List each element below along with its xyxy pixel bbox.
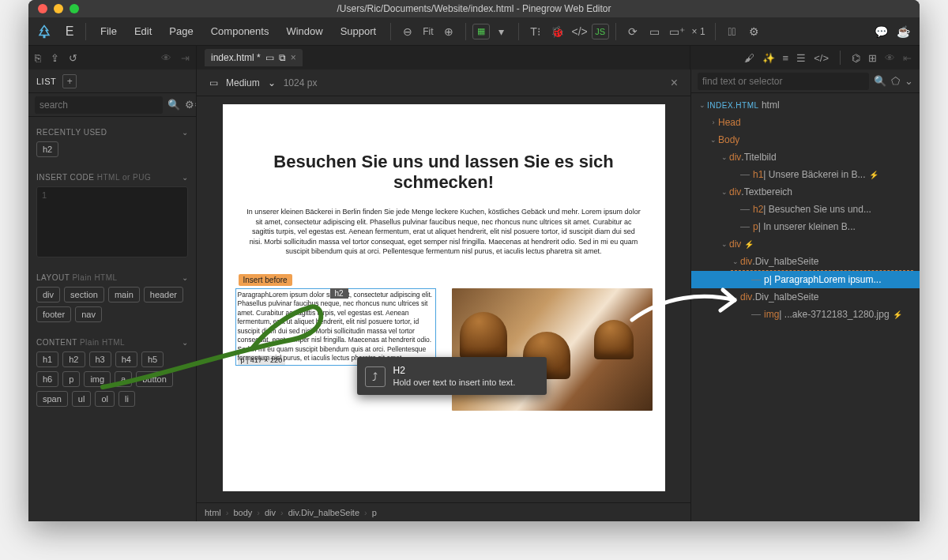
- tag-li[interactable]: li: [118, 391, 135, 407]
- tag-h4[interactable]: h4: [115, 351, 137, 367]
- search-icon[interactable]: 🔍: [874, 75, 886, 87]
- menu-window[interactable]: Window: [278, 22, 330, 40]
- tree-row[interactable]: ⌄Body: [691, 131, 920, 148]
- tree-row[interactable]: —h2 | Besuchen Sie uns und...: [691, 201, 920, 218]
- filter-shape-icon[interactable]: ⬠: [891, 75, 900, 87]
- tree-row[interactable]: ⌄div.Textbereich: [691, 183, 920, 201]
- grid-layout-icon[interactable]: ▦: [472, 24, 490, 39]
- js-toggle-icon[interactable]: JS: [592, 24, 609, 39]
- tree-row[interactable]: ⌄div.Titelbild: [691, 148, 920, 166]
- coffee-icon[interactable]: ☕: [893, 21, 913, 42]
- zoom-out-icon[interactable]: ⊖: [397, 21, 418, 42]
- tag-button[interactable]: button: [136, 371, 173, 387]
- code-input[interactable]: 1: [36, 186, 188, 257]
- sliders-right-icon[interactable]: ☰: [796, 52, 806, 64]
- tree-row[interactable]: —h1 | Unsere Bäckerei in B...⚡: [691, 166, 920, 183]
- menu-page[interactable]: Page: [161, 22, 201, 40]
- tab-device-icon[interactable]: ▭: [265, 52, 274, 63]
- tree-row[interactable]: ⌄div⚡: [691, 235, 920, 253]
- search-input[interactable]: [35, 96, 163, 114]
- layout-options-icon[interactable]: ▾: [491, 21, 512, 42]
- chat-icon[interactable]: 💬: [871, 21, 891, 42]
- panel-eye-icon[interactable]: 👁: [885, 52, 895, 64]
- refresh-icon[interactable]: ⟳: [623, 21, 643, 42]
- close-page-icon[interactable]: ×: [671, 76, 678, 90]
- recent-tag-h2[interactable]: h2: [36, 141, 58, 157]
- viewport-size[interactable]: Medium: [226, 77, 260, 88]
- search-icon[interactable]: 🔍: [167, 99, 180, 111]
- tab-split-icon[interactable]: ⧉: [279, 52, 286, 63]
- tag-h5[interactable]: h5: [141, 351, 164, 367]
- tag-nav[interactable]: nav: [75, 306, 102, 322]
- crumb[interactable]: body: [233, 508, 252, 517]
- menu-support[interactable]: Support: [333, 22, 385, 40]
- tag-header[interactable]: header: [144, 287, 183, 303]
- tag-ul[interactable]: ul: [72, 391, 92, 407]
- crumb[interactable]: div: [265, 508, 276, 517]
- tab-index[interactable]: index.html * ▭ ⧉ ×: [205, 49, 303, 66]
- tree-row[interactable]: ›Head: [691, 114, 920, 131]
- tree-search-input[interactable]: [698, 73, 869, 90]
- page-heading[interactable]: Besuchen Sie uns und lassen Sie es sich …: [239, 152, 649, 193]
- tag-h3[interactable]: h3: [89, 351, 111, 367]
- viewport-icon[interactable]: ▭: [209, 77, 218, 88]
- tag-main[interactable]: main: [108, 287, 140, 303]
- zoom-in-icon[interactable]: ⊕: [438, 21, 459, 42]
- eye-icon[interactable]: 👁: [161, 52, 171, 64]
- tag-h2[interactable]: h2: [62, 351, 85, 367]
- tag-p[interactable]: p: [62, 371, 80, 387]
- tag-img[interactable]: img: [84, 371, 111, 387]
- wand-icon[interactable]: ✨: [762, 52, 775, 64]
- text-tool-icon[interactable]: T⁝: [525, 21, 546, 42]
- pinegrow-logo-icon[interactable]: [35, 22, 54, 41]
- code-view-icon[interactable]: </>: [570, 21, 590, 42]
- bug-icon[interactable]: 🐞: [547, 21, 568, 42]
- chevron-down-icon[interactable]: ⌄: [182, 173, 189, 182]
- chevron-down-icon[interactable]: ⌄: [905, 75, 913, 87]
- menu-file[interactable]: File: [92, 22, 125, 40]
- tag-ol[interactable]: ol: [95, 391, 115, 407]
- tree-row[interactable]: —img | ...ake-3712183_1280.jpg⚡: [691, 306, 920, 323]
- tree-row[interactable]: —p | In unserer kleinen B...: [691, 218, 920, 235]
- visibility-icon[interactable]: 👁̸: [722, 21, 743, 42]
- tree-icon[interactable]: ⌬: [852, 52, 860, 64]
- insert-panel-icon[interactable]: ⎘: [35, 52, 41, 64]
- zoom-level[interactable]: × 1: [689, 26, 709, 37]
- fit-label[interactable]: Fit: [419, 26, 436, 37]
- crumb[interactable]: div.Div_halbeSeite: [288, 508, 359, 517]
- add-list-button[interactable]: +: [62, 74, 77, 88]
- chevron-down-icon[interactable]: ⌄: [182, 338, 189, 347]
- browser-preview-icon[interactable]: ▭: [645, 21, 665, 42]
- chevron-down-icon[interactable]: ⌄: [182, 128, 189, 137]
- expand-icon[interactable]: ⇤: [903, 52, 912, 64]
- filter-icon[interactable]: ⚙⚙: [185, 99, 197, 111]
- tab-close-icon[interactable]: ×: [291, 52, 296, 63]
- add-panel-icon[interactable]: ⊞: [868, 52, 877, 64]
- tree-file-row[interactable]: ⌄ INDEX.HTML html: [691, 96, 920, 114]
- settings-gear-icon[interactable]: ⚙: [744, 21, 765, 42]
- menu-components[interactable]: Components: [203, 22, 277, 40]
- tag-span[interactable]: span: [36, 391, 68, 407]
- tag-h6[interactable]: h6: [36, 371, 58, 387]
- code-panel-icon[interactable]: </>: [814, 52, 829, 64]
- tree-row[interactable]: ⌄div.Div_halbeSeite: [691, 288, 920, 306]
- crumb[interactable]: html: [205, 508, 221, 517]
- editor-mode-button[interactable]: E: [60, 22, 79, 41]
- tag-h1[interactable]: h1: [36, 351, 58, 367]
- tag-a[interactable]: a: [115, 371, 132, 387]
- page-intro[interactable]: In unserer kleinen Bäckerei in Berlin fi…: [246, 207, 641, 257]
- paint-icon[interactable]: 🖌: [744, 52, 754, 64]
- devices-icon[interactable]: ▭⁺: [667, 21, 687, 42]
- export-icon[interactable]: ⇪: [51, 52, 59, 64]
- chevron-down-icon[interactable]: ⌄: [268, 77, 276, 88]
- chevron-down-icon[interactable]: ⌄: [182, 273, 189, 282]
- selected-paragraph[interactable]: ParagraphLorem ipsum dolor sit amet, con…: [235, 288, 436, 366]
- crumb[interactable]: p: [372, 508, 377, 517]
- tree-row[interactable]: —p | ParagraphLorem ipsum...: [691, 271, 920, 288]
- tag-section[interactable]: section: [64, 287, 104, 303]
- menu-edit[interactable]: Edit: [126, 22, 160, 40]
- tree-row[interactable]: ⌄div.Div_halbeSeite: [691, 253, 920, 270]
- undo-icon[interactable]: ↺: [69, 52, 77, 64]
- collapse-icon[interactable]: ⇥: [181, 52, 190, 64]
- tag-div[interactable]: div: [36, 287, 60, 303]
